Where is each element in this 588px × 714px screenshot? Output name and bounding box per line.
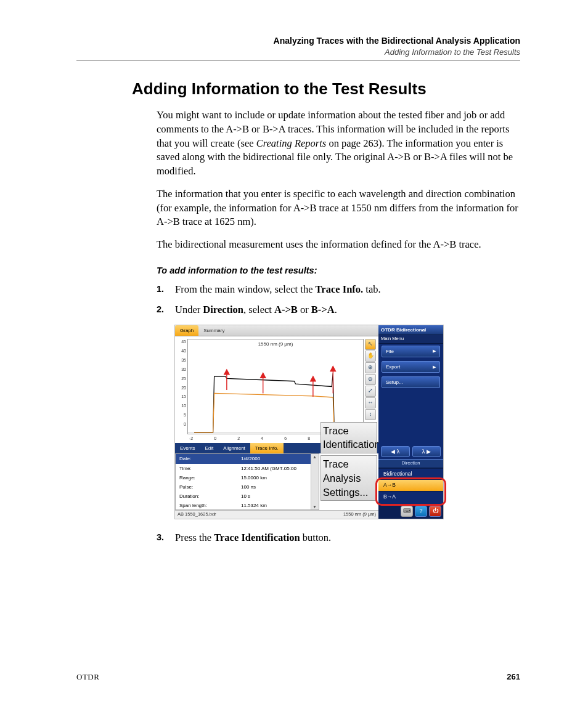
setup-label: Setup... — [386, 379, 403, 386]
step-2-e: or — [298, 304, 311, 315]
step-1-c: tab. — [363, 283, 380, 295]
direction-b-to-a[interactable]: B→A — [378, 491, 443, 503]
pan-tool-icon[interactable]: ✋ — [365, 351, 376, 362]
step-1: 1. From the main window, select the Trac… — [157, 283, 520, 297]
y-tick: 35 — [178, 357, 186, 363]
info-value: 1/4/2000 — [241, 455, 315, 462]
screenshot-side-panel: OTDR Bidirectional Main Menu File▶ Expor… — [378, 325, 443, 518]
power-icon[interactable]: ⏻ — [429, 506, 441, 517]
tab-events[interactable]: Events — [175, 443, 200, 453]
x-tick: 0 — [214, 436, 216, 442]
step-1-b: Trace Info. — [316, 283, 364, 295]
trace-identification-button[interactable]: Trace Identification... — [321, 422, 377, 454]
direction-bidirectional[interactable]: Bidirectional — [378, 468, 443, 480]
header-section: Adding Information to the Test Results — [76, 47, 520, 57]
tab-alignment[interactable]: Alignment — [218, 443, 250, 453]
y-tick: 45 — [178, 339, 186, 345]
step-2-b: Direction — [203, 304, 243, 315]
info-row: Time:12:41:50 AM (GMT-05:00 — [176, 464, 319, 473]
y-tick: 10 — [178, 403, 186, 409]
info-value: 12:41:50 AM (GMT-05:00 — [241, 465, 315, 472]
app-title: OTDR Bidirectional — [378, 325, 443, 335]
graph-tabs: Graph Summary — [175, 325, 378, 336]
trace-svg — [188, 339, 363, 434]
x-tick: -2 — [189, 436, 193, 442]
info-row: Span loss:4.881 dB — [176, 510, 319, 511]
step-1-num: 1. — [157, 283, 164, 295]
scrollbar[interactable] — [311, 454, 319, 509]
zoom-fit-icon[interactable]: ⤢ — [365, 386, 376, 397]
tab-edit[interactable]: Edit — [200, 443, 218, 453]
step-3-c: button. — [300, 532, 331, 543]
step-2-d: A->B — [274, 304, 298, 315]
step-screenshot-holder: Graph Summary 454035302520151050 1550 nm… — [157, 325, 520, 518]
chevron-right-icon: ▶ — [433, 364, 436, 370]
file-button[interactable]: File▶ — [382, 346, 440, 357]
footer-product: OTDR — [76, 672, 99, 682]
y-tick: 20 — [178, 385, 186, 391]
export-label: Export — [386, 363, 400, 370]
export-button[interactable]: Export▶ — [382, 361, 440, 373]
chart-toolstrip: ↖ ✋ ⊕ ⊖ ⤢ ↔ ↕ — [365, 339, 376, 434]
plot[interactable]: 1550 nm (9 µm) — [187, 339, 364, 434]
screenshot: Graph Summary 454035302520151050 1550 nm… — [175, 325, 443, 518]
step-3-num: 3. — [157, 531, 164, 543]
p1-emph: Creating Reports — [256, 137, 327, 149]
status-bar: AB 1550_1625.bdr 1550 nm (9 µm) — [175, 510, 378, 518]
paragraph-1: You might want to include or update info… — [157, 108, 520, 179]
footer-page: 261 — [507, 672, 520, 682]
step-1-a: From the main window, select the — [175, 283, 316, 295]
svg-marker-4 — [261, 373, 266, 378]
step-2-g: . — [335, 304, 337, 315]
paragraph-2: The information that you enter is specif… — [157, 187, 520, 229]
y-tick: 0 — [178, 421, 186, 428]
direction-a-to-b[interactable]: A→B — [378, 479, 443, 491]
step-3-a: Press the — [175, 532, 214, 543]
y-tick: 5 — [178, 412, 186, 418]
tab-summary[interactable]: Summary — [198, 325, 229, 336]
x-tick: 8 — [308, 436, 310, 442]
keyboard-icon[interactable]: ⌨ — [401, 506, 413, 517]
chevron-right-icon: ▶ — [433, 348, 436, 354]
info-key: Range: — [179, 474, 241, 481]
direction-group: Bidirectional A→B B→A — [378, 468, 443, 504]
info-row: Duration:10 s — [176, 492, 319, 501]
step-2: 2. Under Direction, select A->B or B->A. — [157, 303, 520, 317]
svg-marker-8 — [330, 367, 335, 371]
zoom-vert-icon[interactable]: ↕ — [365, 409, 376, 420]
status-filename: AB 1550_1625.bdr — [178, 511, 216, 517]
tab-trace-info[interactable]: Trace Info. — [250, 443, 284, 453]
trace-analysis-button[interactable]: Trace Analysis Settings... — [321, 455, 377, 501]
next-wavelength-button[interactable]: λ ▶ — [412, 446, 441, 457]
info-key: Date: — [179, 455, 241, 462]
task-heading: To add information to the test results: — [157, 264, 520, 277]
header-rule — [76, 60, 520, 61]
svg-marker-6 — [311, 377, 316, 382]
zoom-in-icon[interactable]: ⊕ — [365, 362, 376, 373]
zoom-horiz-icon[interactable]: ↔ — [365, 397, 376, 408]
prev-wavelength-button[interactable]: ◀ λ — [381, 446, 410, 457]
info-row: Pulse:100 ns — [176, 482, 319, 492]
info-row: Date:1/4/2000 — [176, 454, 319, 463]
step-3: 3. Press the Trace Identification button… — [157, 531, 520, 545]
info-key: Span length: — [179, 502, 241, 509]
help-icon[interactable]: ? — [415, 506, 427, 517]
info-row: Range:15.0000 km — [176, 473, 319, 482]
info-value: 100 ns — [241, 484, 315, 490]
zoom-out-icon[interactable]: ⊖ — [365, 374, 376, 385]
header-chapter: Analyzing Traces with the Bidirectional … — [76, 36, 520, 46]
pointer-tool-icon[interactable]: ↖ — [365, 339, 376, 350]
y-tick: 30 — [178, 367, 186, 373]
y-tick: 40 — [178, 348, 186, 354]
step-2-c: , select — [243, 304, 274, 315]
info-key: Pulse: — [179, 484, 241, 490]
info-row: Span length:11.5324 km — [176, 501, 319, 510]
chart-area: 454035302520151050 1550 nm (9 µm) — [175, 336, 378, 434]
step-3-b: Trace Identification — [214, 532, 300, 543]
x-tick: 2 — [237, 436, 240, 442]
main-menu-hdr: Main Menu — [378, 335, 443, 343]
status-wavelength: 1550 nm (9 µm) — [343, 511, 376, 517]
setup-button[interactable]: Setup... — [382, 376, 440, 388]
y-tick: 25 — [178, 376, 186, 382]
tab-graph[interactable]: Graph — [175, 325, 198, 336]
